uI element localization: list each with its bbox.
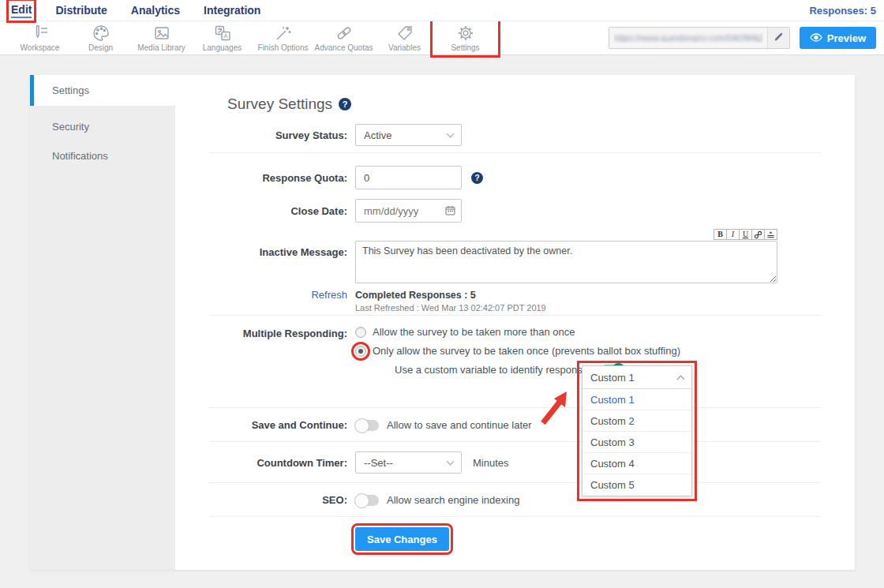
countdown-timer-value: --Set-- <box>364 457 393 469</box>
chevron-down-icon <box>447 130 455 138</box>
response-quota-input[interactable] <box>355 166 462 189</box>
toolbar-item-workspace[interactable]: Workspace <box>9 23 70 53</box>
settings-sidebar: Settings Security Notifications <box>30 75 175 570</box>
toolbar-item-settings[interactable]: Settings <box>435 23 496 53</box>
design-palette-icon <box>92 24 110 42</box>
toolbar-item-label: Variables <box>388 43 421 52</box>
preview-button-label: Preview <box>827 32 866 44</box>
languages-icon: A <box>213 24 232 42</box>
completed-responses-text: Completed Responses : 5 <box>355 290 476 301</box>
custom-variable-dropdown-head[interactable]: Custom 1 <box>582 366 691 389</box>
toolbar-item-finish-options[interactable]: Finish Options <box>253 23 313 53</box>
quota-message-row: Response Quota: ? Close Date: <box>175 153 855 316</box>
sidebar-item-notifications[interactable]: Notifications <box>30 141 175 170</box>
settings-card: Settings Security Notifications Survey S… <box>30 75 855 570</box>
last-refreshed-text: Last Refreshed : Wed Mar 13 02:42:07 PDT… <box>355 303 546 313</box>
close-date-label: Close Date: <box>175 205 347 217</box>
survey-status-row: Survey Status: Active <box>175 117 855 153</box>
toolbar-item-variables[interactable]: Variables <box>374 23 435 53</box>
eye-icon <box>810 32 822 44</box>
settings-content: Survey Settings ? Survey Status: Active … <box>175 75 855 570</box>
edit-toolbar: Workspace Design Media Library A Languag… <box>0 21 884 55</box>
toolbar-item-advance-quotas[interactable]: Advance Quotas <box>313 23 374 53</box>
responses-count-link[interactable]: Responses: 5 <box>809 5 876 17</box>
toolbar-item-design[interactable]: Design <box>70 23 131 53</box>
help-icon[interactable]: ? <box>339 98 351 110</box>
seo-label: SEO: <box>175 494 347 506</box>
chevron-down-icon <box>447 458 455 466</box>
dropdown-option-custom-1[interactable]: Custom 1 <box>582 389 691 410</box>
italic-button[interactable]: I <box>726 229 740 240</box>
dropdown-option-custom-4[interactable]: Custom 4 <box>582 453 691 474</box>
advance-quotas-icon <box>335 24 354 42</box>
countdown-timer-row: Countdown Timer: --Set-- Minutes <box>175 442 855 483</box>
survey-status-select[interactable]: Active <box>355 124 462 146</box>
gear-icon <box>456 24 475 42</box>
save-continue-toggle[interactable] <box>355 420 379 431</box>
survey-status-label: Survey Status: <box>175 129 347 141</box>
workspace-icon <box>31 24 50 42</box>
save-continue-label: Save and Continue: <box>175 419 347 431</box>
toolbar-item-languages[interactable]: A Languages <box>192 23 253 53</box>
dropdown-option-custom-3[interactable]: Custom 3 <box>582 432 691 453</box>
tab-integration[interactable]: Integration <box>204 4 260 17</box>
dropdown-option-custom-2[interactable]: Custom 2 <box>582 410 691 432</box>
custom-variable-dropdown: Custom 1 Custom 1 Custom 2 Custom 3 Cust… <box>582 365 692 496</box>
toolbar-item-label: Finish Options <box>258 43 309 52</box>
response-quota-label: Response Quota: <box>175 172 347 184</box>
refresh-link[interactable]: Refresh <box>311 289 347 301</box>
variables-icon <box>395 24 414 42</box>
underline-button[interactable]: U <box>739 229 752 240</box>
seo-row: SEO: Allow search engine indexing <box>175 483 855 517</box>
save-changes-button[interactable]: Save Changes <box>355 527 449 551</box>
save-continue-row: Save and Continue: Allow to save and con… <box>175 408 855 442</box>
radio-once-only-label: Only allow the survey to be taken once (… <box>373 345 680 357</box>
page-title: Survey Settings <box>227 96 332 113</box>
finish-options-icon <box>274 24 293 42</box>
bold-button[interactable]: B <box>714 229 727 240</box>
toolbar-item-label: Media Library <box>137 43 185 52</box>
toolbar-right-group: Preview <box>609 27 876 49</box>
toolbar-item-label: Advance Quotas <box>315 43 373 52</box>
toolbar-item-label: Workspace <box>21 43 60 52</box>
link-icon[interactable] <box>751 229 765 240</box>
dropdown-option-custom-5[interactable]: Custom 5 <box>582 474 691 496</box>
countdown-timer-select[interactable]: --Set-- <box>355 451 462 474</box>
countdown-minutes-text: Minutes <box>473 457 509 469</box>
pencil-icon <box>774 32 784 44</box>
tab-edit[interactable]: Edit <box>11 3 32 18</box>
edit-url-button[interactable] <box>767 28 789 48</box>
toolbar-item-media-library[interactable]: Media Library <box>131 23 192 53</box>
toolbar-item-label: Languages <box>203 43 242 52</box>
survey-url-box <box>609 27 790 49</box>
countdown-timer-label: Countdown Timer: <box>175 457 347 469</box>
align-icon[interactable] <box>764 229 777 240</box>
custom-variable-label: Use a custom variable to identify respon… <box>395 364 593 376</box>
radio-once-only[interactable] <box>355 346 366 357</box>
inactive-message-textarea[interactable]: This Survey has been deactivated by the … <box>355 241 777 283</box>
survey-url-input[interactable] <box>609 28 767 48</box>
chevron-up-icon <box>677 375 685 383</box>
seo-text: Allow search engine indexing <box>387 494 519 506</box>
sidebar-item-security[interactable]: Security <box>30 112 175 141</box>
top-nav: Edit Distribute Analytics Integration Re… <box>0 0 884 21</box>
media-library-icon <box>152 24 171 42</box>
save-button-row: Save Changes <box>175 517 855 551</box>
survey-status-value: Active <box>364 129 391 141</box>
radio-multiple-allowed[interactable] <box>355 327 366 338</box>
save-continue-text: Allow to save and continue later <box>387 419 532 431</box>
radio-multiple-allowed-label: Allow the survey to be taken more than o… <box>373 326 575 338</box>
svg-text:A: A <box>223 32 228 39</box>
rich-text-toolbar: B I U <box>355 229 777 240</box>
inactive-message-label: Inactive Message: <box>175 229 347 286</box>
tab-distribute[interactable]: Distribute <box>55 4 107 17</box>
sidebar-item-settings[interactable]: Settings <box>30 75 175 106</box>
quota-help-icon[interactable]: ? <box>471 172 483 184</box>
toolbar-item-label: Settings <box>451 43 479 52</box>
multiple-responding-label: Multiple Responding: <box>175 316 347 408</box>
custom-variable-selected-value: Custom 1 <box>590 372 635 384</box>
multiple-responding-row: Multiple Responding: Allow the survey to… <box>175 316 855 408</box>
preview-button[interactable]: Preview <box>800 27 876 49</box>
tab-analytics[interactable]: Analytics <box>131 4 180 17</box>
seo-toggle[interactable] <box>355 495 379 506</box>
